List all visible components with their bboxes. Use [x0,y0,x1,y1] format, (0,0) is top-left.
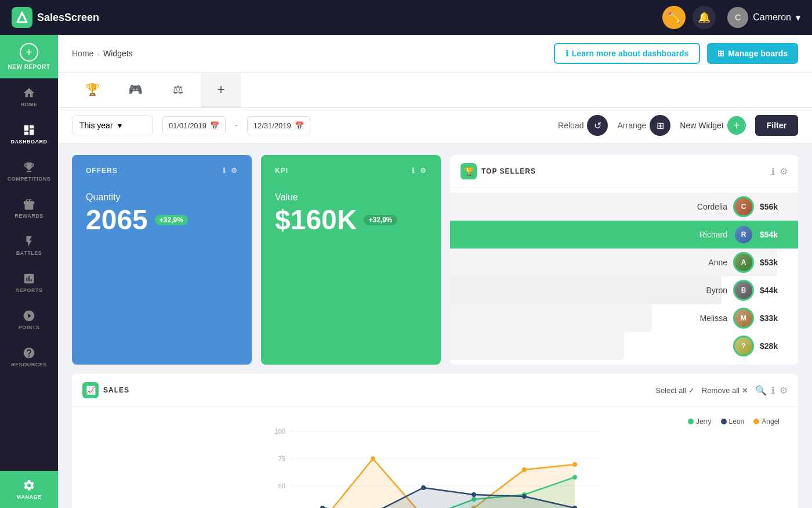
sales-icon: 📈 [82,382,99,398]
legend-dot [721,419,727,424]
edit-icon-button[interactable]: ✏️ [662,6,686,29]
info-icon[interactable]: ℹ [771,385,775,396]
legend-jerry: Jerry [688,417,712,426]
battles-icon [23,235,35,248]
header-bar: Home › Widgets ℹ Learn more about dashbo… [58,35,812,73]
seller-value: $53k [760,258,789,267]
arrange-button[interactable]: Arrange ⊞ [617,115,670,136]
toolbar: This year ▾ 01/01/2019 📅 - 12/31/2019 📅 … [58,108,812,143]
calendar-icon: 📅 [210,121,219,130]
info-icon[interactable]: ℹ [223,167,226,175]
reload-button[interactable]: Reload ↺ [558,115,608,136]
sidebar-item-label: POINTS [19,325,40,330]
legend-label: Jerry [696,417,712,426]
remove-all-button[interactable]: Remove all ✕ [702,386,748,395]
select-all-button[interactable]: Select all ✓ [655,386,695,395]
svg-text:100: 100 [275,428,285,435]
svg-text:50: 50 [278,482,285,489]
kpi-badge: +32,9% [364,215,397,225]
tab-add[interactable]: + [201,73,241,107]
reload-label: Reload [558,121,583,130]
learn-more-button[interactable]: ℹ Learn more about dashboards [554,43,700,64]
sidebar-item-dashboard[interactable]: DASHBOARD [0,116,58,153]
svg-rect-0 [12,7,32,28]
sidebar-item-resources[interactable]: RESOURCES [0,338,58,376]
sidebar-item-reports[interactable]: REPORTS [0,264,58,301]
tab-scale[interactable]: ⚖ [158,73,198,107]
user-name: Cameron [753,12,791,23]
sales-header: 📈 SALES Select all ✓ Remove all ✕ 🔍 [72,374,798,407]
new-widget-button[interactable]: New Widget + [680,116,745,135]
notification-icon-button[interactable]: 🔔 [693,6,716,29]
sales-chart: 100 75 50 25 0 1 2 3 4 5 6 [81,426,789,508]
seller-row: Cordelia C $56k [450,193,798,221]
content-area: Home › Widgets ℹ Learn more about dashbo… [58,35,812,508]
seller-value: $56k [760,202,789,211]
topnav-actions: ✏️ 🔔 C Cameron ▾ [662,6,800,29]
user-avatar: C [727,7,748,28]
kpi-metric-value: $160K [275,205,357,236]
reports-icon [23,272,35,285]
new-report-button[interactable]: + NEW REPORT [0,35,58,78]
seller-row: Byron B $44k [450,276,798,304]
home-icon [23,87,35,99]
sidebar-item-home[interactable]: HOME [0,78,58,116]
date-end-input[interactable]: 12/31/2019 📅 [247,116,310,135]
tab-gamepad[interactable]: 🎮 [115,73,155,107]
info-icon[interactable]: ℹ [412,167,415,175]
filter-button[interactable]: Filter [755,115,798,136]
widgets-row-2: 📈 SALES Select all ✓ Remove all ✕ 🔍 [72,374,798,508]
manage-boards-button[interactable]: ⊞ Manage boards [707,43,798,64]
legend-label: Angel [762,417,780,426]
gear-icon[interactable]: ⚙ [780,385,788,396]
svg-point-36 [421,485,426,490]
period-selector[interactable]: This year ▾ [72,116,153,135]
top-navigation: SalesScreen ✏️ 🔔 C Cameron ▾ [0,0,812,35]
sidebar-item-label: BATTLES [16,250,42,256]
sidebar-item-battles[interactable]: BATTLES [0,227,58,264]
seller-value: $54k [760,230,789,239]
seller-row: ? $28k [450,332,798,360]
tab-trophy[interactable]: 🏆 [72,73,113,107]
gear-icon[interactable]: ⚙ [420,167,427,175]
info-icon[interactable]: ℹ [771,166,775,177]
sidebar-item-label: REWARDS [14,213,44,219]
seller-name: Richard [459,230,733,239]
breadcrumb-home[interactable]: Home [72,49,93,58]
sidebar-item-label: DASHBOARD [11,139,48,145]
points-icon [23,309,35,322]
top-sellers-title: TOP SELLERS [481,167,767,175]
sidebar-item-competitions[interactable]: COMPETitioNs [0,153,58,190]
tab-bar: 🏆 🎮 ⚖ + [58,73,812,108]
top-sellers-actions: ℹ ⚙ [771,166,788,177]
header-actions: ℹ Learn more about dashboards ⊞ Manage b… [554,43,798,64]
kpi-widget-header: KPI ℹ ⚙ [275,167,427,175]
new-report-label: NEW REPORT [8,64,50,70]
gear-icon[interactable]: ⚙ [780,166,788,177]
widget-top-sellers: 🏆 TOP SELLERS ℹ ⚙ Cordelia C [450,155,798,365]
toolbar-right: Reload ↺ Arrange ⊞ New Widget + Filter [558,115,798,136]
user-menu[interactable]: C Cameron ▾ [727,7,800,28]
widgets-row-1: OFFERS ℹ ⚙ Quantity 2065 +32,9% [72,155,798,365]
seller-value: $28k [760,341,789,351]
kpi-metric-label: Value [275,192,427,203]
new-widget-label: New Widget [680,121,723,130]
chevron-down-icon: ▾ [796,12,800,23]
sales-title: SALES [103,386,651,394]
search-icon[interactable]: 🔍 [755,385,767,396]
sidebar-item-manage[interactable]: MANAGE [0,471,58,508]
offers-title: OFFERS [86,167,118,175]
date-separator: - [235,121,238,130]
reload-icon: ↺ [587,115,608,136]
trophy-icon [23,161,35,174]
sidebar-item-points[interactable]: POINTS [0,301,58,338]
legend-dot [753,419,759,424]
gear-icon[interactable]: ⚙ [231,167,238,175]
date-start-input[interactable]: 01/01/2019 📅 [162,116,226,135]
date-start-value: 01/01/2019 [169,121,206,130]
sidebar-item-rewards[interactable]: REWARDS [0,190,58,227]
seller-list: Cordelia C $56k Richard R $54k [450,188,798,365]
svg-point-2 [21,12,23,14]
legend-angel: Angel [753,417,780,426]
info-icon: ℹ [566,49,568,58]
